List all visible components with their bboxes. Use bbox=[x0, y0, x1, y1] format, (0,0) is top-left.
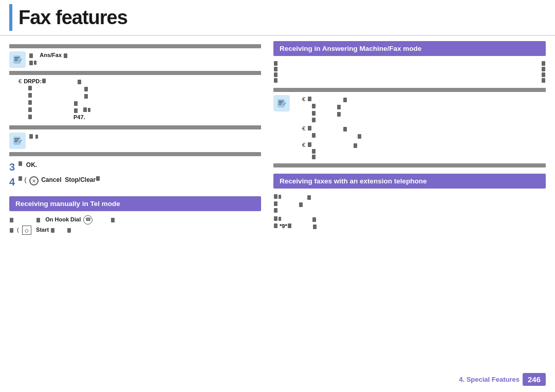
tel-mode-header: Receiving manually in Tel mode bbox=[9, 196, 261, 211]
footer: 4. Special Features 246 bbox=[459, 373, 546, 386]
svg-rect-7 bbox=[14, 138, 20, 139]
pencil-icon bbox=[9, 51, 26, 68]
start-diamond-icon: ◇ bbox=[22, 226, 31, 235]
svg-rect-3 bbox=[14, 60, 17, 61]
title-bar: Fax features bbox=[0, 0, 555, 36]
cancel-icon: ✕ bbox=[29, 176, 39, 185]
phone-icon: ☎ bbox=[83, 215, 92, 225]
svg-rect-9 bbox=[14, 141, 17, 142]
accent-bar bbox=[9, 4, 12, 31]
ans-machine-section: Receiving in Answering Machine/Fax mode bbox=[273, 41, 546, 167]
ans-bot-bar bbox=[273, 163, 546, 167]
svg-rect-2 bbox=[14, 59, 18, 60]
ans-divider-bar bbox=[273, 88, 546, 92]
top-divider-bar bbox=[9, 44, 261, 48]
svg-rect-0 bbox=[13, 55, 21, 64]
drpd-sub-rows: P47. bbox=[18, 85, 261, 120]
page-title: Fax features bbox=[18, 7, 127, 29]
ans-info-rows bbox=[273, 60, 546, 84]
second-bot-bar bbox=[9, 152, 261, 156]
svg-rect-8 bbox=[14, 140, 18, 141]
main-content: Ans/Fax € DRPD: bbox=[0, 36, 555, 240]
ans-fax-section: Ans/Fax € DRPD: bbox=[9, 44, 261, 120]
second-icon-section bbox=[9, 125, 261, 156]
second-icon-row bbox=[9, 133, 261, 149]
right-column: Receiving in Answering Machine/Fax mode bbox=[273, 41, 546, 240]
tel-mode-section: Receiving manually in Tel mode On Hook D… bbox=[9, 196, 261, 235]
ans-fax-icon-row: Ans/Fax bbox=[9, 51, 261, 68]
footer-label: 4. Special Features bbox=[459, 376, 520, 383]
tel-line2: ( ◇ Start bbox=[9, 226, 261, 235]
ans-icon-row: € € bbox=[273, 95, 546, 160]
svg-rect-6 bbox=[13, 137, 21, 145]
step-3-row: 3 OK. bbox=[9, 161, 261, 173]
tel-line1: On Hook Dial ☎ bbox=[9, 215, 261, 225]
pencil-icon-2 bbox=[9, 133, 26, 149]
ext-tel-section: Receiving faxes with an extension teleph… bbox=[273, 174, 546, 230]
svg-rect-1 bbox=[14, 57, 20, 58]
svg-rect-14 bbox=[279, 102, 283, 103]
drpd-row: € DRPD: bbox=[18, 78, 261, 84]
second-top-bar bbox=[9, 125, 261, 129]
step-4-row: 4 ( ✕ Cancel Stop/Clear bbox=[9, 176, 261, 188]
svg-rect-12 bbox=[278, 99, 285, 107]
drpd-section: € DRPD: bbox=[9, 78, 261, 120]
ans-machine-header: Receiving in Answering Machine/Fax mode bbox=[273, 41, 546, 56]
second-icon-label bbox=[29, 133, 261, 140]
pencil-icon-3 bbox=[273, 95, 290, 111]
ans-fax-label: Ans/Fax bbox=[29, 51, 261, 66]
svg-rect-15 bbox=[279, 104, 282, 105]
ext-tel-header: Receiving faxes with an extension teleph… bbox=[273, 174, 546, 189]
svg-rect-13 bbox=[279, 101, 284, 102]
left-column: Ans/Fax € DRPD: bbox=[9, 41, 261, 240]
mid-divider-bar bbox=[9, 71, 261, 75]
footer-page-number: 246 bbox=[523, 373, 546, 386]
ext-tel-rows: *9* bbox=[273, 193, 546, 230]
